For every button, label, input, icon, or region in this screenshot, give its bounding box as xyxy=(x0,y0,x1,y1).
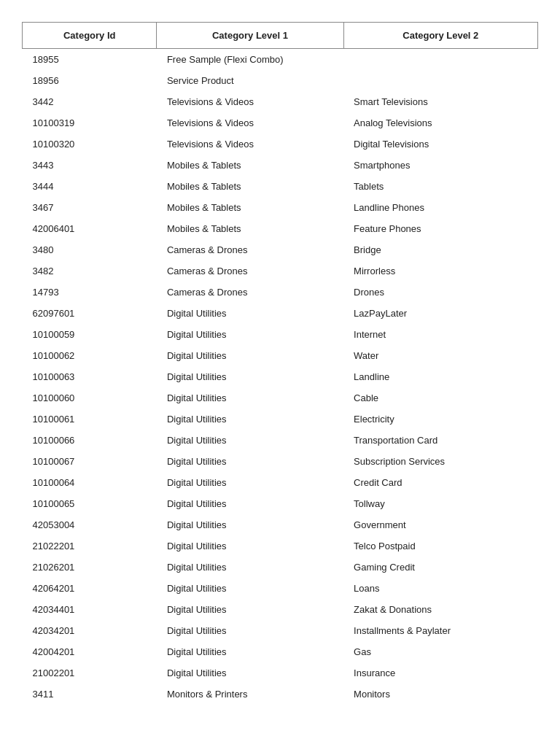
table-row: 21002201Digital UtilitiesInsurance xyxy=(23,662,538,684)
cell-category-level2: Internet xyxy=(343,324,537,345)
cell-category-level2: Subscription Services xyxy=(343,451,537,472)
table-row: 42034401Digital UtilitiesZakat & Donatio… xyxy=(23,599,538,620)
cell-category-level1: Televisions & Videos xyxy=(157,133,343,155)
cell-category-id: 10100063 xyxy=(23,366,157,387)
table-row: 42064201Digital UtilitiesLoans xyxy=(23,578,538,599)
cell-category-level2: LazPayLater xyxy=(343,303,537,324)
cell-category-level1: Digital Utilities xyxy=(157,557,343,578)
cell-category-level1: Digital Utilities xyxy=(157,514,343,535)
cell-category-id: 3443 xyxy=(23,155,157,176)
cell-category-level2: Digital Televisions xyxy=(343,133,537,155)
cell-category-level1: Cameras & Drones xyxy=(157,260,343,282)
cell-category-level1: Digital Utilities xyxy=(157,345,343,366)
cell-category-level1: Digital Utilities xyxy=(157,493,343,514)
cell-category-id: 10100065 xyxy=(23,493,157,514)
cell-category-level2: Zakat & Donations xyxy=(343,599,537,620)
table-row: 10100064Digital UtilitiesCredit Card xyxy=(23,472,538,493)
table-row: 10100063Digital UtilitiesLandline xyxy=(23,366,538,387)
table-row: 42004201Digital UtilitiesGas xyxy=(23,641,538,662)
table-row: 3411Monitors & PrintersMonitors xyxy=(23,684,538,705)
cell-category-id: 10100061 xyxy=(23,409,157,430)
cell-category-level2: Gaming Credit xyxy=(343,557,537,578)
cell-category-level2: Bridge xyxy=(343,239,537,260)
cell-category-level1: Digital Utilities xyxy=(157,430,343,451)
cell-category-id: 10100067 xyxy=(23,451,157,472)
cell-category-id: 42034401 xyxy=(23,599,157,620)
table-row: 3480Cameras & DronesBridge xyxy=(23,239,538,260)
cell-category-level2: Installments & Paylater xyxy=(343,620,537,641)
cell-category-level2: Telco Postpaid xyxy=(343,535,537,557)
cell-category-level1: Digital Utilities xyxy=(157,324,343,345)
cell-category-level2: Insurance xyxy=(343,662,537,684)
cell-category-id: 3482 xyxy=(23,260,157,282)
cell-category-id: 3411 xyxy=(23,684,157,705)
table-row: 21026201Digital UtilitiesGaming Credit xyxy=(23,557,538,578)
cell-category-level2: Loans xyxy=(343,578,537,599)
table-row: 42034201Digital UtilitiesInstallments & … xyxy=(23,620,538,641)
cell-category-level1: Mobiles & Tablets xyxy=(157,176,343,197)
table-row: 10100059Digital UtilitiesInternet xyxy=(23,324,538,345)
table-row: 3467Mobiles & TabletsLandline Phones xyxy=(23,197,538,218)
table-row: 18956Service Product xyxy=(23,70,538,91)
cell-category-id: 21002201 xyxy=(23,662,157,684)
table-row: 10100061Digital UtilitiesElectricity xyxy=(23,409,538,430)
cell-category-level1: Televisions & Videos xyxy=(157,91,343,112)
cell-category-id: 10100320 xyxy=(23,133,157,155)
cell-category-level1: Service Product xyxy=(157,70,343,91)
cell-category-id: 42004201 xyxy=(23,641,157,662)
cell-category-id: 42006401 xyxy=(23,218,157,239)
table-row: 42006401Mobiles & TabletsFeature Phones xyxy=(23,218,538,239)
cell-category-level2: Mirrorless xyxy=(343,260,537,282)
table-row: 10100065Digital UtilitiesTollway xyxy=(23,493,538,514)
table-row: 10100067Digital UtilitiesSubscription Se… xyxy=(23,451,538,472)
cell-category-level2: Feature Phones xyxy=(343,218,537,239)
cell-category-level1: Televisions & Videos xyxy=(157,112,343,133)
cell-category-level1: Digital Utilities xyxy=(157,451,343,472)
cell-category-id: 10100319 xyxy=(23,112,157,133)
cell-category-level1: Cameras & Drones xyxy=(157,282,343,303)
cell-category-id: 18956 xyxy=(23,70,157,91)
table-row: 3444Mobiles & TabletsTablets xyxy=(23,176,538,197)
table-row: 10100320Televisions & VideosDigital Tele… xyxy=(23,133,538,155)
cell-category-level2: Cable xyxy=(343,387,537,409)
cell-category-id: 42064201 xyxy=(23,578,157,599)
cell-category-level2: Landline xyxy=(343,366,537,387)
cell-category-id: 42053004 xyxy=(23,514,157,535)
table-row: 42053004Digital UtilitiesGovernment xyxy=(23,514,538,535)
table-row: 14793Cameras & DronesDrones xyxy=(23,282,538,303)
table-row: 3482Cameras & DronesMirrorless xyxy=(23,260,538,282)
cell-category-level2: Transportation Card xyxy=(343,430,537,451)
header-category-level2: Category Level 2 xyxy=(343,23,537,49)
cell-category-id: 18955 xyxy=(23,49,157,71)
table-row: 10100066Digital UtilitiesTransportation … xyxy=(23,430,538,451)
cell-category-id: 10100059 xyxy=(23,324,157,345)
cell-category-level1: Digital Utilities xyxy=(157,599,343,620)
table-row: 10100062Digital UtilitiesWater xyxy=(23,345,538,366)
cell-category-level2: Landline Phones xyxy=(343,197,537,218)
cell-category-level2: Electricity xyxy=(343,409,537,430)
cell-category-level1: Mobiles & Tablets xyxy=(157,218,343,239)
cell-category-id: 21026201 xyxy=(23,557,157,578)
table-row: 10100319Televisions & VideosAnalog Telev… xyxy=(23,112,538,133)
cell-category-id: 10100064 xyxy=(23,472,157,493)
cell-category-id: 42034201 xyxy=(23,620,157,641)
cell-category-id: 21022201 xyxy=(23,535,157,557)
cell-category-level2: Analog Televisions xyxy=(343,112,537,133)
table-row: 62097601Digital UtilitiesLazPayLater xyxy=(23,303,538,324)
cell-category-level2: Credit Card xyxy=(343,472,537,493)
table-row: 18955Free Sample (Flexi Combo) xyxy=(23,49,538,71)
table-row: 21022201Digital UtilitiesTelco Postpaid xyxy=(23,535,538,557)
table-row: 3443Mobiles & TabletsSmartphones xyxy=(23,155,538,176)
category-table: Category Id Category Level 1 Category Le… xyxy=(22,22,538,705)
cell-category-level2: Gas xyxy=(343,641,537,662)
cell-category-level1: Mobiles & Tablets xyxy=(157,197,343,218)
cell-category-id: 3467 xyxy=(23,197,157,218)
cell-category-level1: Digital Utilities xyxy=(157,662,343,684)
cell-category-id: 3480 xyxy=(23,239,157,260)
cell-category-level2: Water xyxy=(343,345,537,366)
cell-category-id: 3444 xyxy=(23,176,157,197)
cell-category-id: 14793 xyxy=(23,282,157,303)
cell-category-id: 3442 xyxy=(23,91,157,112)
table-row: 10100060Digital UtilitiesCable xyxy=(23,387,538,409)
cell-category-level2: Drones xyxy=(343,282,537,303)
